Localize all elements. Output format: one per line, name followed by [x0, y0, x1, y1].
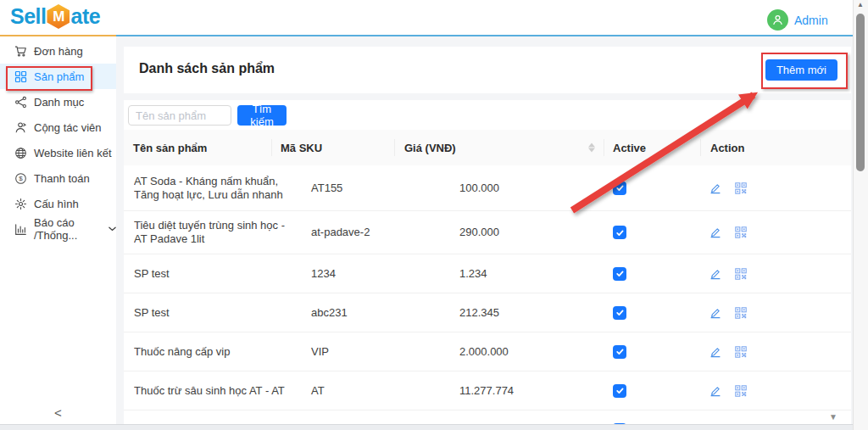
- active-checkbox[interactable]: [613, 181, 626, 195]
- qrcode-icon[interactable]: [735, 307, 747, 319]
- header-separator: [700, 139, 701, 156]
- table-row: SP test abc231 212.345: [124, 293, 851, 332]
- sidebar-item-san-pham[interactable]: Sản phẩm: [0, 64, 116, 89]
- page-header-card: Danh sách sản phẩm Thêm mới: [124, 47, 851, 93]
- qrcode-icon[interactable]: [735, 268, 747, 280]
- column-header-active: Active: [613, 142, 646, 154]
- product-active-cell: [613, 306, 626, 320]
- scroll-down-arrow-icon[interactable]: ▼: [829, 412, 837, 422]
- qrcode-icon[interactable]: [735, 226, 747, 238]
- product-active-cell: [613, 384, 626, 398]
- qrcode-icon[interactable]: [735, 346, 747, 358]
- column-header-name: Tên sản phẩm: [133, 142, 207, 154]
- user-menu[interactable]: Admin: [767, 9, 828, 31]
- chevron-down-icon: [108, 226, 116, 232]
- product-active-cell: [613, 226, 626, 239]
- sidebar-item-website-lien-ket[interactable]: Website liên kết: [0, 140, 116, 165]
- sidebar-menu: Đơn hàng Sản phẩm Danh mục: [0, 36, 116, 242]
- product-table-body: AT Soda - Kháng nấm khuẩn, Tăng hoạt lực…: [124, 165, 851, 430]
- app-window: SellMate Admin Đơn hàng: [0, 0, 868, 430]
- bar-chart-icon: [14, 223, 27, 236]
- product-sku-cell: 1234: [311, 267, 336, 281]
- sidebar-item-label: Cộng tác viên: [34, 121, 102, 134]
- header-separator: [271, 139, 272, 156]
- sidebar-item-bao-cao[interactable]: Báo cáo /Thống...: [0, 216, 116, 242]
- edit-icon[interactable]: [709, 268, 721, 280]
- sidebar-item-danh-muc[interactable]: Danh mục: [0, 89, 116, 114]
- product-sku-cell: at-padave-2: [311, 226, 370, 239]
- sidebar-item-cong-tac-vien[interactable]: Cộng tác viên: [0, 114, 116, 140]
- product-name-cell: Thuốc nâng cấp vip: [134, 345, 300, 359]
- product-price-cell: 1.234: [459, 267, 487, 281]
- product-action-cell: [709, 385, 747, 397]
- product-name-cell: Tiêu diệt tuyến trùng sinh học - AT Pada…: [134, 219, 300, 246]
- edit-icon[interactable]: [709, 346, 721, 358]
- product-price-cell: 290.000: [459, 226, 499, 239]
- search-input[interactable]: [128, 105, 231, 126]
- active-checkbox[interactable]: [613, 384, 626, 398]
- edit-icon[interactable]: [709, 385, 721, 397]
- svg-text:$: $: [19, 175, 23, 182]
- vertical-scrollbar[interactable]: ▲: [853, 0, 868, 430]
- scrollbar-thumb[interactable]: [856, 14, 865, 171]
- table-header: Tên sản phẩm Mã SKU Giá (VNĐ) Active Act…: [124, 130, 851, 166]
- header-separator: [604, 139, 604, 156]
- product-name-cell: AT Soda - Kháng nấm khuẩn, Tăng hoạt lực…: [134, 175, 300, 202]
- edit-icon[interactable]: [709, 307, 721, 319]
- cart-icon: [14, 45, 27, 58]
- product-name-cell: Thuốc trừ sâu sinh học AT - AT: [134, 384, 300, 398]
- sidebar-item-label: Thanh toán: [34, 172, 90, 185]
- product-sku-cell: abc231: [311, 306, 348, 320]
- page-title: Danh sách sản phẩm: [139, 61, 275, 76]
- product-active-cell: [613, 345, 626, 359]
- column-header-action: Action: [710, 142, 744, 154]
- app-logo[interactable]: SellMate: [10, 4, 100, 29]
- table-row: AT Soda - Kháng nấm khuẩn, Tăng hoạt lực…: [124, 165, 851, 211]
- topbar: SellMate Admin: [0, 0, 868, 35]
- user-name: Admin: [794, 14, 828, 27]
- logo-text-sell: Sell: [10, 4, 46, 29]
- product-action-cell: [709, 268, 747, 280]
- product-active-cell: [613, 267, 626, 281]
- product-action-cell: [709, 346, 747, 358]
- active-checkbox[interactable]: [613, 267, 626, 281]
- add-new-button[interactable]: Thêm mới: [765, 59, 837, 81]
- sidebar-collapse-button[interactable]: <: [0, 405, 116, 420]
- sidebar-item-don-hang[interactable]: Đơn hàng: [0, 38, 116, 64]
- qrcode-icon[interactable]: [735, 385, 747, 397]
- edit-icon[interactable]: [709, 226, 721, 238]
- active-checkbox[interactable]: [613, 306, 626, 320]
- sidebar-item-label: Đơn hàng: [34, 45, 83, 58]
- product-name-cell: SP test: [134, 306, 300, 320]
- sidebar-item-thanh-toan[interactable]: $ Thanh toán: [0, 165, 116, 191]
- product-action-cell: [709, 307, 747, 319]
- search-button[interactable]: Tìm kiếm: [237, 105, 287, 126]
- sidebar-item-label: Cấu hình: [34, 198, 79, 210]
- grid-icon: [14, 70, 27, 83]
- scroll-up-arrow-icon[interactable]: ▲: [854, 1, 867, 8]
- column-header-price: Giá (VNĐ): [404, 142, 456, 154]
- share-icon: [14, 96, 27, 109]
- header-bottom-accent: [116, 35, 854, 36]
- product-price-cell: 2.000.000: [459, 345, 509, 359]
- product-price-cell: 100.000: [459, 181, 499, 195]
- sort-carets-icon[interactable]: [588, 143, 595, 153]
- product-active-cell: [613, 181, 626, 195]
- logo-text-ate: ate: [70, 4, 100, 29]
- payment-icon: $: [14, 172, 27, 185]
- qrcode-icon[interactable]: [735, 182, 747, 194]
- sidebar-item-cau-hinh[interactable]: Cấu hình: [0, 191, 116, 216]
- gear-icon: [14, 198, 27, 210]
- sidebar-item-label: Sản phẩm: [34, 70, 84, 83]
- sidebar-item-label: Website liên kết: [34, 147, 112, 159]
- bottom-scroll-strip: [0, 424, 854, 430]
- active-checkbox[interactable]: [613, 226, 626, 239]
- product-price-cell: 11.277.774: [459, 384, 514, 398]
- table-row: SP test 1234 1.234: [124, 254, 851, 293]
- table-row: Thuốc trừ sâu sinh học AT - AT AT 11.277…: [124, 371, 851, 410]
- globe-icon: [14, 147, 27, 159]
- product-price-cell: 212.345: [459, 306, 499, 320]
- active-checkbox[interactable]: [613, 345, 626, 359]
- sidebar: Đơn hàng Sản phẩm Danh mục: [0, 36, 116, 425]
- edit-icon[interactable]: [709, 182, 721, 194]
